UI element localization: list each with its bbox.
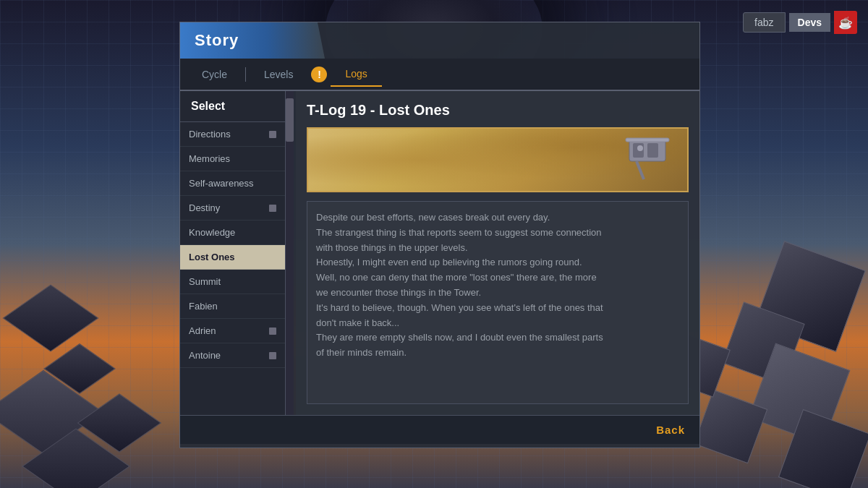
user-bar: fabz Devs ☕ (743, 11, 857, 34)
scrollbar-thumb[interactable] (286, 98, 294, 142)
tab-levels[interactable]: Levels (250, 63, 307, 86)
tabs-bar: Cycle Levels ! Logs (180, 59, 699, 91)
bottom-bar: Back (180, 415, 699, 444)
sidebar-item-self-awareness[interactable]: Self-awareness (180, 171, 285, 196)
story-title-bar: Story (180, 22, 325, 59)
tab-logs[interactable]: Logs (331, 62, 381, 87)
tab-cycle[interactable]: Cycle (187, 63, 242, 86)
sidebar-item-directions[interactable]: Directions (180, 122, 285, 147)
sidebar-scrollbar[interactable] (285, 91, 294, 415)
sidebar-header: Select (180, 91, 285, 122)
sidebar-item-fabien[interactable]: Fabien (180, 294, 285, 319)
indicator-directions (269, 131, 276, 138)
username-display: fabz (743, 12, 785, 33)
cube-1 (2, 284, 98, 351)
indicator-destiny (269, 205, 276, 212)
sidebar-item-adrien[interactable]: Adrien (180, 319, 285, 343)
sidebar-item-summit[interactable]: Summit (180, 270, 285, 294)
svg-point-4 (637, 145, 643, 151)
log-text-content: Despite our best efforts, new cases brea… (316, 212, 603, 358)
svg-rect-2 (647, 143, 658, 158)
story-title: Story (195, 31, 239, 49)
coffee-icon[interactable]: ☕ (834, 11, 857, 34)
sidebar-item-antoine[interactable]: Antoine (180, 343, 285, 368)
indicator-antoine (269, 352, 276, 359)
ui-panel: Story Cycle Levels ! Logs Select Directi… (179, 22, 700, 448)
sidebar-item-destiny[interactable]: Destiny (180, 196, 285, 221)
back-button[interactable]: Back (656, 424, 685, 436)
svg-line-3 (637, 161, 644, 179)
sidebar-wrapper: Select Directions Memories Self-awarenes… (180, 91, 296, 415)
sidebar-item-knowledge[interactable]: Knowledge (180, 221, 285, 245)
warning-icon: ! (311, 67, 327, 82)
sidebar-item-memories[interactable]: Memories (180, 147, 285, 171)
log-title: T-Log 19 - Lost Ones (307, 102, 689, 119)
tab-divider-1 (245, 67, 246, 82)
log-text: Despite our best efforts, new cases brea… (307, 201, 689, 404)
indicator-adrien (269, 328, 276, 335)
main-content: T-Log 19 - Lost Ones Despite our best ef… (296, 91, 699, 415)
devs-badge[interactable]: Devs (789, 13, 830, 32)
content-area: Select Directions Memories Self-awarenes… (180, 91, 699, 415)
sidebar: Select Directions Memories Self-awarenes… (180, 91, 285, 415)
sidebar-item-lost-ones[interactable]: Lost Ones (180, 245, 285, 270)
tool-graphic (586, 132, 673, 190)
log-image (307, 127, 689, 192)
svg-rect-5 (626, 138, 669, 142)
